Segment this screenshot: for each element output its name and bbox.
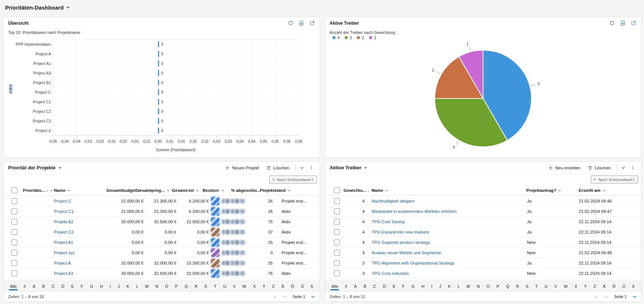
row-checkbox[interactable] [11,219,17,225]
toolbar-chevron-down-icon[interactable] [299,165,305,171]
jumpbar-letter-J[interactable]: J [117,283,120,290]
project-link[interactable]: Project C [54,199,71,203]
cell-name[interactable]: Marktanteil in existierenden Märkten erh… [372,206,457,217]
jumpbar-letter-J[interactable]: J [439,283,442,290]
cell-name[interactable]: Project A [54,258,71,268]
cell-name[interactable]: Project C2 [54,227,74,237]
jumpbar-letter-D[interactable]: D [61,283,65,290]
jumpbar-letter-X[interactable]: X [253,283,256,290]
jumpbar-letter-Ä[interactable]: Ä [603,283,606,290]
column-header-erstellt-am[interactable]: Erstellt am [579,185,606,196]
row-checkbox[interactable] [11,198,17,204]
jumpbar-letter-V[interactable]: V [554,283,557,290]
jumpbar-letter-R[interactable]: R [194,283,198,290]
jumpbar-letter-P[interactable]: P [175,283,178,290]
driver-link[interactable]: TPG Cost Saving [372,220,404,224]
jumpbar-letter-G[interactable]: G [90,283,94,290]
jumpbar-letter-O[interactable]: O [486,283,490,290]
jumpbar-letter-Ö[interactable]: Ö [290,283,295,290]
jumpbar-letter-W[interactable]: W [242,283,247,290]
first-page-icon[interactable] [273,294,278,299]
select-all-checkbox[interactable] [334,187,340,193]
next-page-icon[interactable] [310,294,315,299]
more-commands-icon[interactable] [629,165,636,171]
jumpbar-letter-Q[interactable]: Q [184,283,188,290]
jumpbar-letter-N[interactable]: N [476,283,480,290]
jumpbar-letter-X[interactable]: X [574,283,578,290]
cell-name[interactable]: TPG Cost reduction [372,268,409,279]
jumpbar-letter-Q[interactable]: Q [506,283,510,290]
jumpbar-letter-K[interactable]: K [126,283,130,290]
column-header-besitzer[interactable]: Besitzer [203,185,224,196]
row-checkbox[interactable] [334,219,340,225]
jumpbar-letter-Alle[interactable]: Alle [10,283,17,290]
jumpbar-letter-B[interactable]: B [363,283,366,290]
column-header-priorit-ts-[interactable]: Prioritäts...↓ [23,185,53,196]
previous-page-icon[interactable] [604,294,609,299]
delete-button[interactable]: Löschen [264,164,292,172]
cell-name[interactable]: TPG Supports product strategy [372,237,430,248]
driver-link[interactable]: TPG Expand into new markets [372,230,429,234]
jumpbar-letter-Y[interactable]: Y [262,283,266,290]
jumpbar-letter-L[interactable]: L [136,283,139,290]
jumpbar-letter-P[interactable]: P [496,283,499,290]
row-checkbox[interactable] [11,229,17,235]
driver-link[interactable]: Nachhaltigkeit steigern [372,199,414,203]
jumpbar-letter-F[interactable]: F [402,283,405,290]
jumpbar-letter-M[interactable]: M [145,283,149,290]
table-row[interactable]: 4TPG Expand into new marketsJa22.11.2024… [325,227,641,237]
jumpbar-letter-U[interactable]: U [223,283,227,290]
jumpbar-letter-F[interactable]: F [80,283,84,290]
jumpbar-letter-T[interactable]: T [535,283,538,290]
table-row[interactable]: Project C20,00 €0,00 €0,00 €37Aktiv [4,227,320,237]
driver-link[interactable]: TPG Cost reduction [372,271,409,276]
delete-button[interactable]: Löschen [585,164,613,172]
table-row[interactable]: 4Marktanteil in existierenden Märkten er… [325,206,641,217]
jumpbar-letter-R[interactable]: R [516,283,519,290]
table-row[interactable]: Projekt A230.000,00 €32.500,00 €22.500,0… [4,217,320,227]
cell-name[interactable]: Project C1 [54,206,74,217]
jumpbar-letter-C[interactable]: C [51,283,55,290]
jumpbar-letter-A[interactable]: A [354,283,357,290]
table-row[interactable]: 3TPG Cost reductionNein22.11.2024 09:14 [325,268,641,279]
row-checkbox[interactable] [11,260,17,266]
more-commands-icon[interactable] [308,165,314,171]
jumpbar-letter-E[interactable]: E [71,283,74,290]
cell-name[interactable]: Project A3 [54,268,73,279]
table-row[interactable]: 4TPG Supports product strategyNein22.11.… [325,237,641,248]
view-selector-chevron-icon[interactable] [58,166,62,170]
search-input[interactable] [277,177,315,182]
row-checkbox[interactable] [334,260,340,266]
project-link[interactable]: Project xyz [54,251,75,255]
jumpbar-letter-Ö[interactable]: Ö [612,283,616,290]
jumpbar-letter-K[interactable]: K [448,283,451,290]
jumpbar-letter-E[interactable]: E [392,283,396,290]
jumpbar-letter-Y[interactable]: Y [584,283,587,290]
driver-link[interactable]: Ausbau neuer Märkte und Segmente [372,251,441,255]
jumpbar-letter-L[interactable]: L [457,283,460,290]
search-input[interactable] [599,177,636,182]
column-header-gesamt-ist[interactable]: Gesamt-Ist [172,185,199,196]
jumpbar-letter-O[interactable]: O [165,283,169,290]
row-checkbox[interactable] [11,250,17,256]
jumpbar-letter-A[interactable]: A [32,283,35,290]
project-link[interactable]: Project A3 [54,271,73,276]
jumpbar-letter-D[interactable]: D [382,283,386,290]
jumpbar-letter-S[interactable]: S [526,283,529,290]
table-row[interactable]: 4TPG Cost SavingJa22.11.2024 09:14 [325,217,641,227]
row-checkbox[interactable] [334,250,340,256]
jumpbar-letter-I[interactable]: I [431,283,433,290]
table-row[interactable]: 4Nachhaltigkeit steigernJa21.02.2024 09:… [325,196,641,206]
cell-name[interactable]: Nachhaltigkeit steigern [372,196,414,206]
cell-name[interactable]: Project xyz [54,248,75,258]
column-header-gesamtprog-[interactable]: Gesamtprog... [136,185,170,196]
cell-name[interactable]: TPG Cost Saving [372,217,404,227]
table-row[interactable]: 3TPG Alignment with Organizational Strat… [325,258,641,268]
project-link[interactable]: Projekt A2 [54,220,73,224]
cell-name[interactable]: Ausbau neuer Märkte und Segmente [372,248,441,258]
table-row[interactable]: Project C121.000,00 €21.300,00 €6.200,00… [4,206,320,217]
row-checkbox[interactable] [11,270,17,276]
previous-page-icon[interactable] [283,294,287,299]
jumpbar-letter-Z[interactable]: Z [272,283,275,290]
first-page-icon[interactable] [594,294,599,299]
